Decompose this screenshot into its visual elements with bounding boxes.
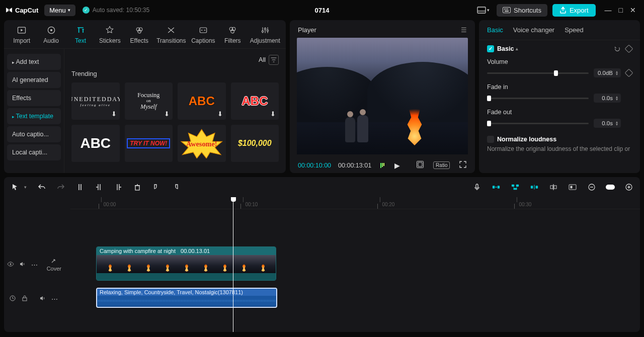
tab-speed[interactable]: Speed [565,26,584,34]
sidebar-item-local-captions[interactable]: Local capti... [7,144,61,160]
export-button[interactable]: Export [552,4,596,17]
tab-audio[interactable]: Audio [37,23,65,48]
tab-filters[interactable]: Filters [218,23,247,48]
track-visibility-icon[interactable] [7,261,14,269]
tab-text[interactable]: Text [66,23,95,48]
download-icon[interactable]: ⬇ [111,110,117,118]
close-button[interactable]: ✕ [630,6,636,14]
split-button[interactable] [75,182,85,192]
fade-in-value[interactable]: 0.0s▴▾ [594,94,621,103]
template-item[interactable]: UNEDITEDDAYfeeling alive ⬇ [71,82,120,120]
delete-left-button[interactable] [94,182,104,192]
track-mute-icon[interactable] [19,261,26,269]
filter-dropdown[interactable]: All [259,55,279,65]
template-item[interactable]: $100,000 [231,125,279,162]
transitions-icon [166,25,176,35]
tab-stickers[interactable]: Stickers [96,23,124,48]
download-icon[interactable]: ⬇ [217,110,223,118]
svg-rect-22 [417,161,424,168]
section-basic: Basic ▴ [487,45,518,52]
normalize-loudness[interactable]: Normalize loudness [487,136,632,143]
svg-rect-13 [200,28,206,33]
zoom-in-button[interactable] [624,182,634,192]
player-menu-icon[interactable]: ☰ [461,26,467,34]
tab-basic[interactable]: Basic [487,26,503,34]
template-item[interactable]: FocusingonMyself ⬇ [125,82,173,120]
template-item[interactable]: ABC⬇ [231,82,279,120]
timeline[interactable]: | 00:00 | 00:10 | 00:20 | 00:30 ⋯ Cover … [4,197,640,332]
snapshot-button[interactable] [414,159,426,171]
timeline-ruler[interactable]: | 00:00 | 00:10 | 00:20 | 00:30 [70,197,640,209]
keyframe-icon[interactable] [625,45,633,53]
sidebar-item-effects[interactable]: Effects [7,90,61,106]
download-icon[interactable]: ⬇ [270,110,276,118]
layout-button[interactable]: ▾ [475,5,492,16]
minimize-button[interactable]: ― [605,6,612,14]
undo-button[interactable] [37,182,47,192]
template-item[interactable]: ABC [71,125,120,162]
fade-out-value[interactable]: 0.0s▴▾ [594,119,621,128]
play-button[interactable]: ▶ [394,161,400,170]
sidebar-item-text-template[interactable]: Text template [7,108,61,124]
shortcuts-button[interactable]: Shortcuts [497,4,547,17]
volume-slider[interactable] [487,72,589,74]
track-mute-icon[interactable] [39,295,46,303]
sidebar-item-add-text[interactable]: Add text [7,54,61,70]
zoom-slider[interactable] [606,185,615,190]
export-icon [559,7,567,14]
pointer-tool[interactable] [10,182,20,192]
preview-axis-button[interactable] [529,182,539,192]
playhead[interactable] [233,197,233,332]
basic-checkbox[interactable] [487,45,494,52]
reset-icon[interactable] [614,45,621,52]
cover-button[interactable] [568,182,578,192]
video-clip[interactable]: Camping with campfire at night00.00.13.0… [96,246,276,281]
template-gallery: All Trending UNEDITEDDAYfeeling alive ⬇ … [64,49,286,173]
keyframe-icon[interactable] [625,69,633,77]
sidebar-item-auto-captions[interactable]: Auto captio... [7,126,61,142]
align-button[interactable] [548,182,558,192]
svg-rect-39 [554,186,556,189]
magnet-button[interactable] [491,182,501,192]
mark-out-button[interactable] [171,182,181,192]
tab-voice-changer[interactable]: Voice changer [513,26,554,34]
tab-import[interactable]: Import [8,23,36,48]
volume-value[interactable]: 0.0dB▴▾ [594,68,621,77]
record-voiceover-button[interactable] [472,182,482,192]
track-type-icon[interactable] [9,295,16,303]
tab-adjustment[interactable]: Adjustment [248,23,282,48]
zoom-out-button[interactable] [587,182,597,192]
tab-transitions[interactable]: Transitions [154,23,188,48]
volume-label: Volume [487,58,632,65]
fullscreen-button[interactable] [457,159,469,171]
mark-in-button[interactable] [151,182,162,192]
player-stage[interactable] [297,38,468,154]
pointer-dropdown[interactable]: ▾ [23,184,28,191]
track-more-icon[interactable]: ⋯ [51,295,58,303]
fade-out-slider[interactable] [487,123,589,124]
tab-captions[interactable]: Captions [189,23,217,48]
template-item[interactable]: Awesome! [178,125,226,162]
ratio-button[interactable]: Ratio [433,161,450,169]
template-item[interactable]: ABC⬇ [178,82,226,120]
redo-button[interactable] [56,182,66,192]
template-item[interactable]: TRY IT NOW! [125,125,173,162]
track-lock-icon[interactable] [21,295,28,303]
sidebar-item-ai-generated[interactable]: AI generated [7,72,61,88]
fade-in-slider[interactable] [487,98,589,99]
track-more-icon[interactable]: ⋯ [31,261,38,269]
project-title[interactable]: 0714 [315,7,330,14]
download-icon[interactable]: ⬇ [164,110,170,118]
player-title: Player [298,26,316,34]
menu-button[interactable]: Menu ▾ [44,5,75,16]
maximize-button[interactable]: □ [619,6,623,14]
audio-clip[interactable]: Relaxing, Simple, Countryside, Travel, N… [96,288,277,308]
delete-button[interactable] [132,182,142,192]
tab-effects[interactable]: Effects [125,23,153,48]
cover-button[interactable]: Cover [43,256,65,274]
delete-right-button[interactable] [113,182,123,192]
linkage-button[interactable] [510,182,520,192]
normalize-checkbox[interactable] [487,136,494,143]
audio-icon [46,25,56,35]
captions-icon [198,25,208,35]
